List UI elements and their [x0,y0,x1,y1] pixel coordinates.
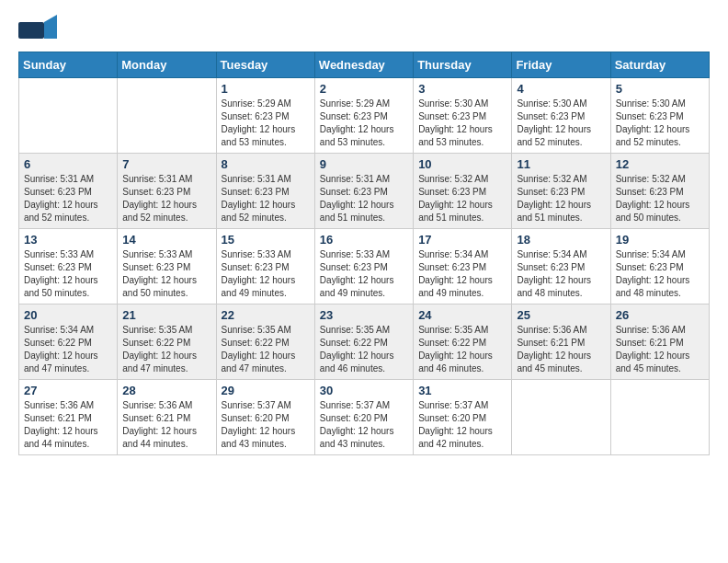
daylight-text: Daylight: 12 hours and 52 minutes. [24,200,98,223]
daylight-text: Daylight: 12 hours and 53 minutes. [320,124,394,147]
daylight-text: Daylight: 12 hours and 51 minutes. [418,200,493,223]
day-number: 2 [320,82,408,96]
daylight-text: Daylight: 12 hours and 45 minutes. [517,350,591,373]
sunrise-text: Sunrise: 5:33 AM [222,249,291,259]
calendar-cell [118,78,216,154]
sunset-text: Sunset: 6:21 PM [616,338,684,348]
day-number: 22 [222,308,310,322]
calendar-week-row: 1Sunrise: 5:29 AMSunset: 6:23 PMDaylight… [19,78,710,154]
daylight-text: Daylight: 12 hours and 43 minutes. [222,426,296,449]
sunrise-text: Sunrise: 5:30 AM [517,98,586,109]
day-info: Sunrise: 5:29 AMSunset: 6:23 PMDaylight:… [320,98,408,149]
day-info: Sunrise: 5:33 AMSunset: 6:23 PMDaylight:… [222,248,310,300]
calendar-cell: 2Sunrise: 5:29 AMSunset: 6:23 PMDaylight… [314,78,413,154]
sunrise-text: Sunrise: 5:36 AM [122,400,192,410]
daylight-text: Daylight: 12 hours and 52 minutes. [616,124,690,147]
daylight-text: Daylight: 12 hours and 49 minutes. [418,275,493,298]
calendar-cell: 5Sunrise: 5:30 AMSunset: 6:23 PMDaylight… [610,78,709,154]
day-number: 30 [320,384,408,397]
day-number: 29 [222,384,310,397]
day-number: 7 [122,157,210,171]
weekday-header-sunday: Sunday [19,52,118,78]
day-info: Sunrise: 5:34 AMSunset: 6:23 PMDaylight:… [616,248,704,300]
calendar-cell: 20Sunrise: 5:34 AMSunset: 6:22 PMDayligh… [19,304,118,380]
sunrise-text: Sunrise: 5:35 AM [122,325,192,335]
calendar-cell: 13Sunrise: 5:33 AMSunset: 6:23 PMDayligh… [19,229,118,304]
sunset-text: Sunset: 6:23 PM [517,262,585,272]
sunrise-text: Sunrise: 5:34 AM [616,249,686,259]
day-number: 18 [517,233,605,247]
calendar-cell: 12Sunrise: 5:32 AMSunset: 6:23 PMDayligh… [610,154,709,229]
daylight-text: Daylight: 12 hours and 47 minutes. [122,350,197,373]
day-number: 21 [122,308,210,322]
calendar-cell: 16Sunrise: 5:33 AMSunset: 6:23 PMDayligh… [314,229,413,304]
day-info: Sunrise: 5:36 AMSunset: 6:21 PMDaylight:… [616,324,704,375]
sunset-text: Sunset: 6:23 PM [122,262,190,272]
calendar-cell: 7Sunrise: 5:31 AMSunset: 6:23 PMDaylight… [118,154,216,229]
day-number: 11 [517,157,605,171]
daylight-text: Daylight: 12 hours and 47 minutes. [24,350,98,373]
weekday-header-tuesday: Tuesday [216,52,314,78]
day-number: 26 [616,308,704,322]
calendar-cell: 10Sunrise: 5:32 AMSunset: 6:23 PMDayligh… [414,154,512,229]
calendar-cell: 31Sunrise: 5:37 AMSunset: 6:20 PMDayligh… [414,380,512,455]
svg-marker-1 [44,15,57,39]
day-number: 6 [24,157,112,171]
day-info: Sunrise: 5:30 AMSunset: 6:23 PMDaylight:… [616,98,704,149]
sunset-text: Sunset: 6:23 PM [418,111,486,121]
day-number: 13 [24,233,112,247]
day-number: 10 [418,157,506,171]
sunset-text: Sunset: 6:23 PM [122,187,190,197]
sunrise-text: Sunrise: 5:29 AM [222,98,291,109]
day-info: Sunrise: 5:32 AMSunset: 6:23 PMDaylight:… [616,173,704,224]
calendar-cell: 8Sunrise: 5:31 AMSunset: 6:23 PMDaylight… [216,154,314,229]
weekday-header-monday: Monday [118,52,216,78]
calendar-week-row: 6Sunrise: 5:31 AMSunset: 6:23 PMDaylight… [19,154,710,229]
day-number: 17 [418,233,506,247]
sunset-text: Sunset: 6:22 PM [122,338,190,348]
weekday-header-friday: Friday [512,52,610,78]
day-info: Sunrise: 5:30 AMSunset: 6:23 PMDaylight:… [517,98,605,149]
daylight-text: Daylight: 12 hours and 50 minutes. [122,275,197,298]
calendar-cell: 9Sunrise: 5:31 AMSunset: 6:23 PMDaylight… [314,154,413,229]
sunset-text: Sunset: 6:23 PM [24,187,92,197]
sunrise-text: Sunrise: 5:30 AM [418,98,488,109]
daylight-text: Daylight: 12 hours and 48 minutes. [616,275,690,298]
sunset-text: Sunset: 6:22 PM [24,338,92,348]
calendar-week-row: 13Sunrise: 5:33 AMSunset: 6:23 PMDayligh… [19,229,710,304]
day-info: Sunrise: 5:31 AMSunset: 6:23 PMDaylight:… [24,173,112,224]
calendar-cell: 24Sunrise: 5:35 AMSunset: 6:22 PMDayligh… [414,304,512,380]
sunrise-text: Sunrise: 5:32 AM [418,174,488,184]
day-info: Sunrise: 5:37 AMSunset: 6:20 PMDaylight:… [320,399,408,451]
sunset-text: Sunset: 6:23 PM [517,187,585,197]
sunrise-text: Sunrise: 5:30 AM [616,98,686,109]
sunset-text: Sunset: 6:23 PM [222,187,290,197]
sunset-text: Sunset: 6:22 PM [320,338,388,348]
sunrise-text: Sunrise: 5:37 AM [418,400,488,410]
daylight-text: Daylight: 12 hours and 42 minutes. [418,426,493,449]
day-number: 3 [418,82,506,96]
day-number: 12 [616,157,704,171]
sunset-text: Sunset: 6:23 PM [418,262,486,272]
sunset-text: Sunset: 6:21 PM [24,413,92,423]
day-info: Sunrise: 5:31 AMSunset: 6:23 PMDaylight:… [320,173,408,224]
calendar-cell: 15Sunrise: 5:33 AMSunset: 6:23 PMDayligh… [216,229,314,304]
sunrise-text: Sunrise: 5:31 AM [222,174,291,184]
sunset-text: Sunset: 6:20 PM [222,413,290,423]
sunrise-text: Sunrise: 5:29 AM [320,98,390,109]
daylight-text: Daylight: 12 hours and 53 minutes. [418,124,493,147]
sunset-text: Sunset: 6:23 PM [222,262,290,272]
logo [18,15,61,44]
calendar-cell: 19Sunrise: 5:34 AMSunset: 6:23 PMDayligh… [610,229,709,304]
daylight-text: Daylight: 12 hours and 51 minutes. [517,200,591,223]
day-number: 15 [222,233,310,247]
sunrise-text: Sunrise: 5:37 AM [222,400,291,410]
daylight-text: Daylight: 12 hours and 52 minutes. [222,200,296,223]
daylight-text: Daylight: 12 hours and 50 minutes. [616,200,690,223]
daylight-text: Daylight: 12 hours and 52 minutes. [517,124,591,147]
day-number: 31 [418,384,506,397]
calendar-cell: 29Sunrise: 5:37 AMSunset: 6:20 PMDayligh… [216,380,314,455]
daylight-text: Daylight: 12 hours and 43 minutes. [320,426,394,449]
calendar-cell: 1Sunrise: 5:29 AMSunset: 6:23 PMDaylight… [216,78,314,154]
sunset-text: Sunset: 6:23 PM [222,111,290,121]
